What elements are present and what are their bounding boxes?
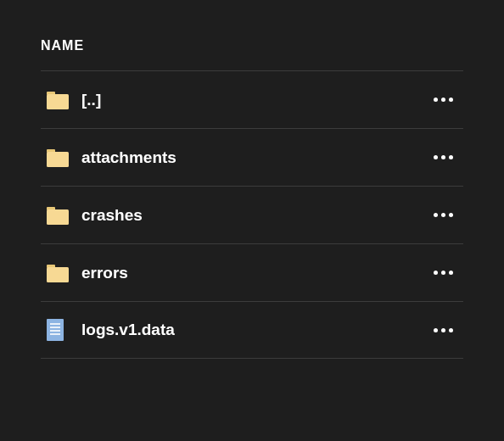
svg-rect-7	[47, 267, 69, 282]
item-name: crashes	[81, 206, 423, 225]
column-header-name: NAME	[41, 38, 463, 70]
svg-rect-8	[47, 319, 64, 341]
more-actions-button[interactable]	[423, 98, 463, 102]
folder-icon	[41, 90, 81, 110]
svg-rect-3	[47, 152, 69, 167]
item-name: attachments	[81, 148, 423, 167]
more-actions-button[interactable]	[423, 271, 463, 275]
folder-icon	[41, 263, 81, 283]
folder-icon	[41, 148, 81, 168]
more-actions-button[interactable]	[423, 213, 463, 217]
item-name: [..]	[81, 91, 423, 109]
column-header-label: NAME	[41, 38, 84, 53]
list-item[interactable]: [..]	[41, 70, 463, 128]
svg-rect-5	[47, 209, 69, 225]
file-list: [..] attachments crashes errors logs.v1.…	[41, 70, 463, 359]
list-item[interactable]: logs.v1.data	[41, 301, 463, 359]
list-item[interactable]: attachments	[41, 128, 463, 186]
more-actions-button[interactable]	[423, 155, 463, 159]
file-icon	[41, 318, 81, 342]
list-item[interactable]: errors	[41, 243, 463, 301]
list-item[interactable]: crashes	[41, 186, 463, 243]
folder-icon	[41, 205, 81, 226]
item-name: errors	[81, 264, 423, 282]
item-name: logs.v1.data	[81, 321, 423, 339]
more-actions-button[interactable]	[423, 328, 463, 332]
svg-rect-1	[47, 94, 69, 109]
